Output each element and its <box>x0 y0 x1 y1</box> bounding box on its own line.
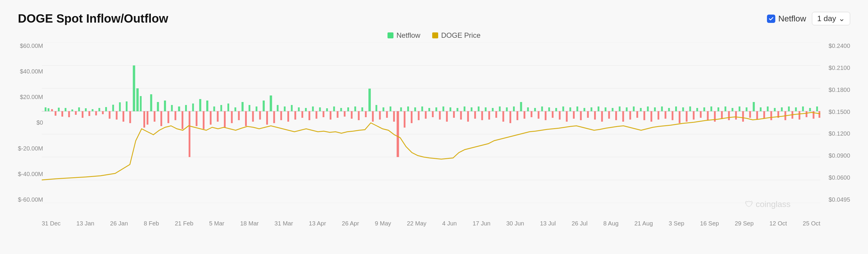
svg-rect-35 <box>133 65 135 111</box>
svg-rect-188 <box>672 111 673 120</box>
svg-rect-79 <box>287 111 289 122</box>
svg-rect-223 <box>795 107 797 111</box>
netflow-toggle[interactable]: Netflow <box>767 14 806 24</box>
svg-rect-208 <box>742 111 744 122</box>
svg-rect-97 <box>351 111 352 119</box>
x-label-31dec: 31 Dec <box>42 220 61 227</box>
svg-rect-177 <box>633 106 634 111</box>
svg-rect-9 <box>45 107 46 111</box>
svg-rect-64 <box>235 107 237 111</box>
svg-rect-93 <box>337 111 339 118</box>
svg-rect-212 <box>756 111 758 119</box>
svg-rect-143 <box>513 106 515 111</box>
svg-rect-10 <box>48 108 50 111</box>
svg-rect-151 <box>541 106 543 111</box>
svg-rect-51 <box>189 111 190 157</box>
svg-rect-87 <box>316 111 317 119</box>
watermark-shield: 🛡 <box>745 199 753 209</box>
svg-rect-162 <box>580 111 582 120</box>
watermark-text: coinglass <box>755 199 790 209</box>
svg-rect-171 <box>612 108 614 111</box>
svg-rect-89 <box>322 111 324 117</box>
svg-rect-145 <box>520 102 522 111</box>
chart-area: $60.00M $40.00M $20.00M $0 $-20.00M $-40… <box>18 42 850 227</box>
svg-rect-29 <box>113 105 114 111</box>
svg-rect-104 <box>376 105 377 111</box>
svg-rect-138 <box>495 111 497 118</box>
x-label-26apr: 26 Apr <box>342 220 359 227</box>
y-right-label-7: $0.0495 <box>829 196 850 203</box>
svg-rect-180 <box>644 111 645 120</box>
day-selector-chevron: ⌄ <box>838 14 845 23</box>
svg-rect-176 <box>629 111 631 119</box>
svg-rect-166 <box>594 111 596 119</box>
svg-rect-109 <box>393 111 395 122</box>
x-label-13jul: 13 Jul <box>540 220 556 227</box>
svg-rect-158 <box>566 111 567 122</box>
svg-rect-106 <box>382 107 384 111</box>
svg-rect-168 <box>601 111 603 122</box>
svg-rect-108 <box>390 106 392 111</box>
svg-rect-43 <box>160 111 162 126</box>
svg-rect-66 <box>242 102 244 111</box>
day-selector[interactable]: 1 day ⌄ <box>812 12 850 25</box>
svg-rect-144 <box>517 111 518 120</box>
svg-rect-142 <box>509 111 511 123</box>
svg-rect-67 <box>245 111 247 126</box>
svg-rect-88 <box>319 107 321 111</box>
svg-rect-54 <box>199 99 201 111</box>
svg-rect-135 <box>485 107 487 111</box>
y-right-label-4: $0.1200 <box>829 130 850 137</box>
svg-rect-40 <box>150 94 152 111</box>
svg-rect-17 <box>71 109 73 111</box>
controls: Netflow 1 day ⌄ <box>767 12 850 25</box>
netflow-checkbox[interactable] <box>767 14 775 23</box>
y-left-label-6: $-60.00M <box>18 196 43 203</box>
svg-rect-130 <box>467 111 469 122</box>
svg-rect-98 <box>354 106 356 111</box>
svg-rect-227 <box>809 108 811 111</box>
svg-rect-191 <box>682 107 684 111</box>
legend-item-price: DOGE Price <box>432 31 480 40</box>
y-left-label-2: $20.00M <box>20 94 43 101</box>
svg-rect-120 <box>432 111 434 117</box>
svg-rect-165 <box>590 107 592 111</box>
svg-rect-96 <box>347 107 349 111</box>
svg-rect-78 <box>284 106 285 111</box>
svg-rect-128 <box>460 111 462 119</box>
y-left-label-1: $40.00M <box>20 68 43 75</box>
svg-rect-194 <box>693 111 694 119</box>
svg-rect-111 <box>400 107 402 111</box>
x-label-13apr: 13 Apr <box>309 220 326 227</box>
svg-rect-21 <box>85 108 87 111</box>
svg-rect-225 <box>802 106 804 111</box>
x-axis: 31 Dec 13 Jan 26 Jan 8 Feb 21 Feb 5 Mar … <box>42 220 820 227</box>
svg-rect-18 <box>75 111 76 115</box>
svg-rect-221 <box>788 106 790 111</box>
svg-rect-49 <box>182 111 183 129</box>
svg-rect-205 <box>732 108 733 111</box>
x-label-21aug: 21 Aug <box>634 220 653 227</box>
svg-rect-83 <box>301 111 303 118</box>
watermark: 🛡 coinglass <box>745 199 790 209</box>
svg-rect-139 <box>499 106 501 111</box>
svg-rect-118 <box>425 111 427 119</box>
svg-rect-147 <box>527 107 529 111</box>
svg-rect-185 <box>661 106 663 111</box>
x-label-5mar: 5 Mar <box>209 220 224 227</box>
svg-rect-215 <box>767 106 769 111</box>
svg-rect-189 <box>675 106 677 111</box>
svg-rect-115 <box>414 107 416 111</box>
svg-rect-25 <box>98 108 100 111</box>
legend: Netflow DOGE Price <box>18 31 850 40</box>
svg-rect-58 <box>213 106 215 111</box>
svg-rect-113 <box>407 106 409 111</box>
svg-rect-167 <box>598 106 599 111</box>
svg-rect-203 <box>724 106 726 111</box>
svg-rect-90 <box>326 108 328 111</box>
svg-rect-141 <box>506 107 507 111</box>
svg-rect-174 <box>622 111 624 122</box>
svg-rect-192 <box>686 111 688 122</box>
day-selector-value: 1 day <box>817 14 836 23</box>
svg-rect-206 <box>735 111 737 119</box>
